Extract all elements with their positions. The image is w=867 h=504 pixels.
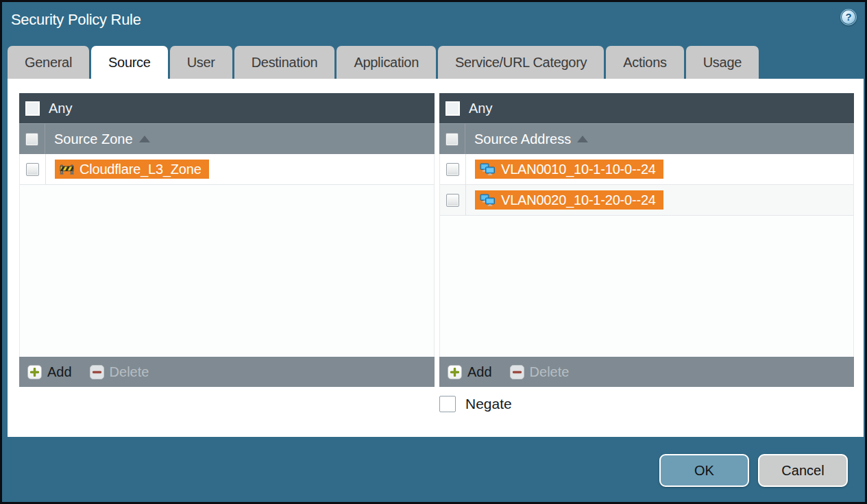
negate-checkbox[interactable] (439, 396, 456, 412)
source-address-value-1[interactable]: VLAN0010_10-1-10-0--24 (475, 160, 663, 179)
row-checkbox-cell (20, 154, 46, 184)
help-icon[interactable]: ? (840, 9, 857, 25)
source-address-value-2[interactable]: VLAN0020_10-1-20-0--24 (475, 190, 663, 210)
tab-user[interactable]: User (170, 46, 232, 79)
source-zone-panel: Any Source Zone (19, 93, 435, 387)
table-row: VLAN0010_10-1-10-0--24 (440, 154, 853, 185)
source-zone-any-header: Any (19, 93, 435, 123)
delete-zone-button[interactable]: Delete (90, 364, 149, 380)
table-row: VLAN0020_10-1-20-0--24 (440, 185, 853, 216)
delete-icon (510, 365, 524, 379)
tab-general[interactable]: General (8, 46, 89, 79)
source-tab-content: Any Source Zone (8, 79, 864, 437)
source-zone-any-checkbox[interactable] (25, 101, 40, 116)
source-address-any-header: Any (439, 93, 854, 123)
source-address-column-header[interactable]: Source Address (439, 123, 854, 154)
source-zone-row-checkbox[interactable] (26, 163, 39, 176)
table-row: Cloudflare_L3_Zone (20, 154, 434, 185)
add-zone-button[interactable]: Add (27, 364, 72, 380)
negate-row: Negate (439, 396, 512, 412)
negate-label: Negate (465, 396, 512, 412)
tab-usage[interactable]: Usage (686, 46, 759, 79)
source-zone-column-header[interactable]: Source Zone (19, 123, 435, 154)
source-address-list: VLAN0010_10-1-10-0--24 (439, 154, 854, 357)
dialog-title: Security Policy Rule (11, 11, 141, 29)
source-address-panel: Any Source Address (439, 93, 854, 387)
row-checkbox-cell (440, 185, 466, 215)
tab-application[interactable]: Application (337, 46, 436, 79)
source-zone-column-title: Source Zone (54, 131, 133, 147)
add-label: Add (47, 364, 72, 380)
add-address-button[interactable]: Add (448, 364, 492, 380)
source-address-select-all-checkbox[interactable] (445, 133, 459, 146)
delete-label: Delete (110, 364, 149, 380)
source-zone-select-all-checkbox[interactable] (25, 133, 38, 146)
zone-icon (60, 164, 74, 175)
ok-button[interactable]: OK (659, 454, 749, 487)
tab-actions[interactable]: Actions (606, 46, 684, 79)
tab-source[interactable]: Source (91, 46, 168, 79)
add-icon (448, 365, 462, 379)
address-name: VLAN0020_10-1-20-0--24 (501, 192, 656, 208)
source-zone-footer: Add Delete (19, 357, 435, 387)
security-policy-rule-dialog: Security Policy Rule ? General Source Us… (0, 0, 867, 504)
source-address-column-title: Source Address (474, 131, 571, 147)
address-name: VLAN0010_10-1-10-0--24 (501, 162, 656, 177)
source-zone-value[interactable]: Cloudflare_L3_Zone (55, 160, 209, 179)
address-icon (480, 194, 496, 206)
source-address-select-all-cell (439, 124, 465, 154)
delete-icon (90, 365, 104, 379)
source-address-any-label: Any (469, 101, 492, 116)
source-zone-any-label: Any (49, 101, 72, 116)
source-zone-list: Cloudflare_L3_Zone (19, 154, 435, 357)
source-address-any-checkbox[interactable] (445, 101, 460, 116)
sort-ascending-icon (577, 136, 588, 142)
source-address-row-checkbox-2[interactable] (446, 194, 459, 207)
source-address-row-checkbox-1[interactable] (446, 163, 459, 176)
tab-bar: General Source User Destination Applicat… (8, 46, 759, 79)
tab-service-url-category[interactable]: Service/URL Category (438, 46, 604, 79)
address-icon (480, 163, 496, 175)
cancel-button[interactable]: Cancel (758, 454, 848, 487)
add-label: Add (467, 364, 492, 380)
delete-label: Delete (530, 364, 570, 380)
zone-name: Cloudflare_L3_Zone (80, 162, 202, 177)
tab-destination[interactable]: Destination (234, 46, 335, 79)
source-address-footer: Add Delete (439, 357, 854, 387)
add-icon (27, 365, 42, 379)
delete-address-button[interactable]: Delete (510, 364, 570, 380)
sort-ascending-icon (139, 136, 150, 142)
row-checkbox-cell (440, 154, 466, 184)
source-zone-select-all-cell (19, 124, 45, 154)
